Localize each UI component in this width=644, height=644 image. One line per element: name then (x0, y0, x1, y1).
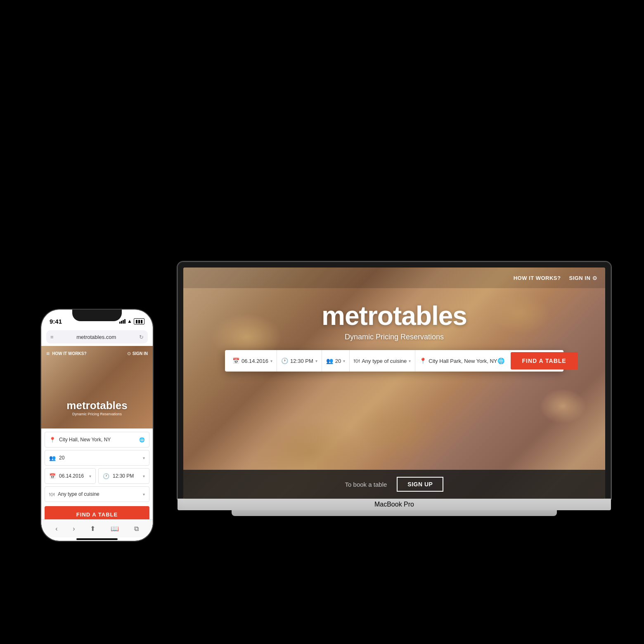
phone-location-icon: 📍 (49, 437, 56, 443)
cuisine-field[interactable]: 🍽 Any type of cuisine ▾ (350, 350, 415, 372)
hamburger-icon[interactable]: ≡ (46, 350, 50, 357)
phone-status-bar: 9:41 ▲ ▮▮▮ (41, 310, 153, 328)
phone-date-chevron-icon: ▾ (89, 474, 91, 478)
phone-clock-icon: 🕐 (103, 473, 109, 479)
phone-guests-chevron-icon: ▾ (143, 456, 145, 460)
laptop-nav: HOW IT WORKS? SIGN IN ⊙ (183, 268, 605, 288)
wifi-icon: ▲ (127, 318, 132, 324)
time-chevron-icon: ▾ (315, 359, 317, 363)
phone-content: ≡ HOW IT WORKS? ⊙ SIGN IN metrotables Dy… (41, 346, 153, 519)
laptop-tagline: Dynamic Pricing Reservations (183, 333, 605, 341)
tabs-button[interactable]: ⧉ (134, 525, 139, 533)
laptop-base: MacBook Pro (178, 499, 611, 510)
laptop-brand: metrotables (183, 301, 605, 331)
sign-in-arrow-icon: ⊙ (592, 275, 597, 281)
phone-time: 9:41 (50, 318, 62, 325)
laptop-screen: HOW IT WORKS? SIGN IN ⊙ metrotables Dyna… (183, 268, 605, 499)
phone-browser-bar: ≡ metrotables.com ↻ (46, 330, 148, 343)
phone-sign-in-icon: ⊙ (127, 351, 131, 356)
date-field[interactable]: 📅 06.14.2016 ▾ (228, 350, 277, 372)
laptop-signup-bar: To book a table SIGN UP (183, 470, 605, 499)
laptop-bottom-bar (232, 510, 557, 516)
clock-icon: 🕐 (281, 358, 288, 364)
location-icon: 📍 (419, 358, 426, 364)
signup-prompt-text: To book a table (345, 481, 387, 488)
battery-icon: ▮▮▮ (134, 318, 144, 324)
laptop-screen-wrapper: HOW IT WORKS? SIGN IN ⊙ metrotables Dyna… (178, 262, 611, 499)
laptop-how-it-works-link[interactable]: HOW IT WORKS? (514, 275, 561, 281)
phone-cuisine-value: Any type of cuisine (58, 491, 140, 497)
location-value: City Hall Park, New York, NY (429, 358, 497, 364)
phone-guests-icon: 👥 (49, 455, 56, 461)
laptop-find-table-button[interactable]: FIND A TABLE (511, 352, 578, 369)
phone-find-table-button[interactable]: FIND A TABLE (45, 506, 149, 519)
phone: 9:41 ▲ ▮▮▮ ≡ metrotables.com ↻ (41, 310, 153, 541)
phone-time-value: 12:30 PM (113, 473, 140, 479)
phone-cuisine-field[interactable]: 🍽 Any type of cuisine ▾ (45, 486, 149, 502)
phone-screen: 9:41 ▲ ▮▮▮ ≡ metrotables.com ↻ (41, 310, 153, 541)
phone-date-value: 06.14.2016 (59, 473, 86, 479)
phone-location-value: City Hall, New York, NY (59, 437, 136, 443)
guests-field[interactable]: 👥 20 ▾ (322, 350, 350, 372)
phone-tagline: Dynamic Pricing Reservations (41, 412, 153, 416)
guests-chevron-icon: ▾ (343, 359, 345, 363)
phone-time-chevron-icon: ▾ (143, 474, 145, 478)
phone-browser-bottom: ‹ › ⬆ 📖 ⧉ (41, 519, 153, 537)
guests-icon: 👥 (326, 358, 333, 364)
cuisine-icon: 🍽 (354, 358, 360, 364)
phone-form: 📍 City Hall, New York, NY 🌐 👥 20 ▾ 📅 (41, 429, 153, 519)
guests-value: 20 (335, 358, 341, 364)
phone-globe-icon: 🌐 (139, 437, 145, 443)
phone-brand: metrotables Dynamic Pricing Reservations (41, 399, 153, 416)
browser-menu-icon: ≡ (50, 334, 54, 340)
phone-cuisine-icon: 🍽 (49, 491, 54, 497)
globe-icon: 🌐 (497, 358, 504, 364)
browser-url: metrotables.com (76, 334, 116, 340)
browser-refresh-icon[interactable]: ↻ (139, 334, 144, 340)
time-field[interactable]: 🕐 12:30 PM ▾ (277, 350, 322, 372)
laptop: HOW IT WORKS? SIGN IN ⊙ metrotables Dyna… (178, 262, 611, 516)
phone-nav-left: ≡ HOW IT WORKS? (46, 350, 87, 357)
laptop-sign-in-link[interactable]: SIGN IN ⊙ (569, 275, 597, 281)
phone-top-nav: ≡ HOW IT WORKS? ⊙ SIGN IN (41, 346, 153, 361)
phone-status-icons: ▲ ▮▮▮ (119, 318, 144, 324)
cuisine-value: Any type of cuisine (362, 358, 407, 364)
signal-icon (119, 319, 125, 324)
phone-cuisine-chevron-icon: ▾ (143, 492, 145, 497)
back-button[interactable]: ‹ (55, 525, 57, 533)
scene: HOW IT WORKS? SIGN IN ⊙ metrotables Dyna… (33, 95, 611, 549)
phone-brand-name: metrotables (41, 399, 153, 412)
cuisine-chevron-icon: ▾ (409, 359, 411, 363)
phone-guests-value: 20 (59, 455, 140, 461)
phone-home-indicator (41, 537, 153, 541)
phone-nav-right: ⊙ SIGN IN (127, 351, 148, 356)
phone-sign-in-link[interactable]: SIGN IN (133, 351, 148, 356)
location-field[interactable]: 📍 City Hall Park, New York, NY 🌐 (415, 350, 510, 372)
calendar-icon: 📅 (232, 358, 239, 364)
share-button[interactable]: ⬆ (90, 525, 95, 533)
date-chevron-icon: ▾ (270, 359, 272, 363)
signup-button[interactable]: SIGN UP (397, 477, 443, 492)
phone-top-bg: ≡ HOW IT WORKS? ⊙ SIGN IN metrotables Dy… (41, 346, 153, 429)
time-value: 12:30 PM (290, 358, 313, 364)
phone-calendar-icon: 📅 (49, 473, 56, 479)
laptop-search-bar: 📅 06.14.2016 ▾ 🕐 12:30 PM ▾ 👥 20 ▾ (225, 350, 564, 372)
phone-guests-field[interactable]: 👥 20 ▾ (45, 450, 149, 466)
date-value: 06.14.2016 (242, 358, 268, 364)
forward-button[interactable]: › (73, 525, 75, 533)
bookmarks-button[interactable]: 📖 (111, 525, 119, 533)
laptop-hero-text: metrotables Dynamic Pricing Reservations (183, 301, 605, 341)
phone-date-field[interactable]: 📅 06.14.2016 ▾ (45, 468, 96, 484)
phone-how-it-works-link[interactable]: HOW IT WORKS? (52, 351, 86, 356)
home-bar (76, 538, 118, 540)
laptop-nav-links: HOW IT WORKS? SIGN IN ⊙ (514, 275, 597, 281)
date-time-row: 📅 06.14.2016 ▾ 🕐 12:30 PM ▾ (45, 468, 149, 484)
phone-location-field[interactable]: 📍 City Hall, New York, NY 🌐 (45, 432, 149, 447)
phone-time-field[interactable]: 🕐 12:30 PM ▾ (98, 468, 149, 484)
